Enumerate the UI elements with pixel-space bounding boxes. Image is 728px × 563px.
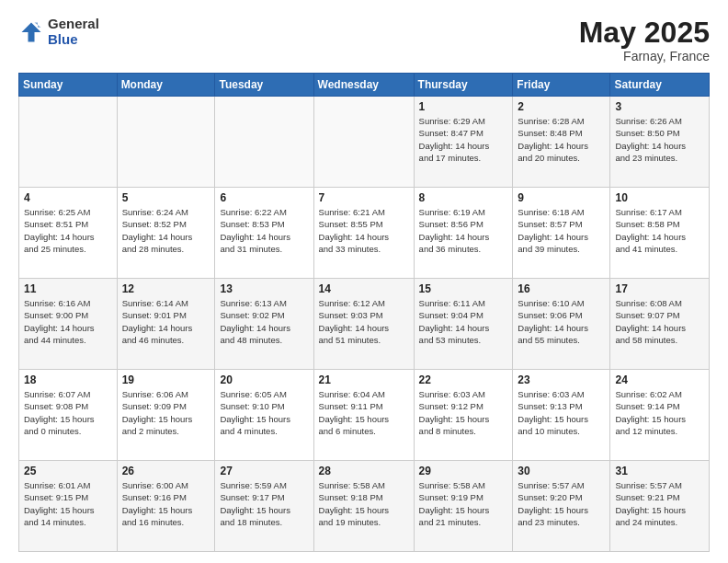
day-info: Sunrise: 6:11 AM Sunset: 9:04 PM Dayligh…	[419, 297, 508, 346]
day-info: Sunrise: 6:28 AM Sunset: 8:48 PM Dayligh…	[518, 115, 605, 164]
table-cell	[19, 97, 118, 188]
title-block: May 2025 Farnay, France	[579, 17, 710, 63]
table-cell	[117, 97, 215, 188]
table-cell: 27Sunrise: 5:59 AM Sunset: 9:17 PM Dayli…	[215, 461, 313, 552]
day-info: Sunrise: 6:12 AM Sunset: 9:03 PM Dayligh…	[319, 297, 409, 346]
day-number: 15	[419, 282, 508, 295]
day-number: 10	[615, 191, 704, 204]
table-cell: 10Sunrise: 6:17 AM Sunset: 8:58 PM Dayli…	[610, 188, 710, 279]
day-number: 24	[615, 373, 704, 386]
week-row-3: 11Sunrise: 6:16 AM Sunset: 9:00 PM Dayli…	[19, 279, 710, 370]
col-monday: Monday	[117, 74, 215, 97]
day-info: Sunrise: 6:18 AM Sunset: 8:57 PM Dayligh…	[518, 206, 605, 255]
day-info: Sunrise: 6:03 AM Sunset: 9:12 PM Dayligh…	[419, 388, 508, 437]
day-number: 8	[419, 191, 508, 204]
day-number: 26	[122, 465, 210, 477]
day-number: 31	[615, 465, 704, 477]
table-cell: 24Sunrise: 6:02 AM Sunset: 9:14 PM Dayli…	[610, 370, 710, 461]
svg-marker-1	[35, 22, 41, 27]
day-info: Sunrise: 6:29 AM Sunset: 8:47 PM Dayligh…	[419, 115, 508, 164]
table-cell: 2Sunrise: 6:28 AM Sunset: 8:48 PM Daylig…	[513, 97, 610, 188]
day-info: Sunrise: 6:24 AM Sunset: 8:52 PM Dayligh…	[122, 206, 210, 255]
day-number: 17	[615, 282, 704, 295]
day-info: Sunrise: 6:22 AM Sunset: 8:53 PM Dayligh…	[220, 206, 308, 255]
col-saturday: Saturday	[610, 74, 710, 97]
header: General Blue May 2025 Farnay, France	[18, 17, 710, 63]
day-number: 1	[419, 100, 508, 113]
day-number: 27	[220, 465, 308, 477]
table-cell	[215, 97, 313, 188]
day-number: 7	[319, 191, 409, 204]
month-title: May 2025	[579, 17, 710, 49]
day-info: Sunrise: 6:01 AM Sunset: 9:15 PM Dayligh…	[24, 479, 112, 528]
day-info: Sunrise: 6:25 AM Sunset: 8:51 PM Dayligh…	[24, 206, 112, 255]
day-info: Sunrise: 6:13 AM Sunset: 9:02 PM Dayligh…	[220, 297, 308, 346]
table-cell: 8Sunrise: 6:19 AM Sunset: 8:56 PM Daylig…	[414, 188, 513, 279]
logo-text: General Blue	[48, 17, 99, 47]
day-info: Sunrise: 6:00 AM Sunset: 9:16 PM Dayligh…	[122, 479, 210, 528]
day-info: Sunrise: 6:02 AM Sunset: 9:14 PM Dayligh…	[615, 388, 704, 437]
table-cell: 21Sunrise: 6:04 AM Sunset: 9:11 PM Dayli…	[313, 370, 414, 461]
day-info: Sunrise: 5:58 AM Sunset: 9:18 PM Dayligh…	[319, 479, 409, 528]
table-cell: 22Sunrise: 6:03 AM Sunset: 9:12 PM Dayli…	[414, 370, 513, 461]
table-cell: 9Sunrise: 6:18 AM Sunset: 8:57 PM Daylig…	[513, 188, 610, 279]
logo: General Blue	[18, 17, 99, 47]
table-cell: 7Sunrise: 6:21 AM Sunset: 8:55 PM Daylig…	[313, 188, 414, 279]
day-number: 18	[24, 373, 112, 386]
day-number: 3	[615, 100, 704, 113]
day-info: Sunrise: 5:57 AM Sunset: 9:20 PM Dayligh…	[518, 479, 605, 528]
day-number: 2	[518, 100, 605, 113]
day-info: Sunrise: 6:04 AM Sunset: 9:11 PM Dayligh…	[319, 388, 409, 437]
day-number: 14	[319, 282, 409, 295]
day-number: 13	[220, 282, 308, 295]
day-number: 9	[518, 191, 605, 204]
day-info: Sunrise: 6:07 AM Sunset: 9:08 PM Dayligh…	[24, 388, 112, 437]
day-number: 30	[518, 465, 605, 477]
day-info: Sunrise: 6:17 AM Sunset: 8:58 PM Dayligh…	[615, 206, 704, 255]
table-cell: 19Sunrise: 6:06 AM Sunset: 9:09 PM Dayli…	[117, 370, 215, 461]
day-number: 22	[419, 373, 508, 386]
table-cell: 29Sunrise: 5:58 AM Sunset: 9:19 PM Dayli…	[414, 461, 513, 552]
day-info: Sunrise: 5:58 AM Sunset: 9:19 PM Dayligh…	[419, 479, 508, 528]
day-info: Sunrise: 6:08 AM Sunset: 9:07 PM Dayligh…	[615, 297, 704, 346]
header-row: Sunday Monday Tuesday Wednesday Thursday…	[19, 74, 710, 97]
table-cell: 15Sunrise: 6:11 AM Sunset: 9:04 PM Dayli…	[414, 279, 513, 370]
day-info: Sunrise: 6:10 AM Sunset: 9:06 PM Dayligh…	[518, 297, 605, 346]
week-row-5: 25Sunrise: 6:01 AM Sunset: 9:15 PM Dayli…	[19, 461, 710, 552]
day-number: 28	[319, 465, 409, 477]
subtitle: Farnay, France	[579, 49, 710, 63]
day-info: Sunrise: 6:05 AM Sunset: 9:10 PM Dayligh…	[220, 388, 308, 437]
calendar-table: Sunday Monday Tuesday Wednesday Thursday…	[18, 73, 710, 552]
day-number: 16	[518, 282, 605, 295]
day-number: 23	[518, 373, 605, 386]
table-cell: 18Sunrise: 6:07 AM Sunset: 9:08 PM Dayli…	[19, 370, 118, 461]
table-cell: 31Sunrise: 5:57 AM Sunset: 9:21 PM Dayli…	[610, 461, 710, 552]
day-number: 20	[220, 373, 308, 386]
table-cell: 1Sunrise: 6:29 AM Sunset: 8:47 PM Daylig…	[414, 97, 513, 188]
day-info: Sunrise: 6:19 AM Sunset: 8:56 PM Dayligh…	[419, 206, 508, 255]
day-number: 4	[24, 191, 112, 204]
week-row-4: 18Sunrise: 6:07 AM Sunset: 9:08 PM Dayli…	[19, 370, 710, 461]
table-cell: 26Sunrise: 6:00 AM Sunset: 9:16 PM Dayli…	[117, 461, 215, 552]
day-number: 11	[24, 282, 112, 295]
table-cell: 3Sunrise: 6:26 AM Sunset: 8:50 PM Daylig…	[610, 97, 710, 188]
logo-blue: Blue	[48, 32, 99, 48]
week-row-1: 1Sunrise: 6:29 AM Sunset: 8:47 PM Daylig…	[19, 97, 710, 188]
table-cell: 12Sunrise: 6:14 AM Sunset: 9:01 PM Dayli…	[117, 279, 215, 370]
day-number: 25	[24, 465, 112, 477]
day-number: 6	[220, 191, 308, 204]
table-cell: 5Sunrise: 6:24 AM Sunset: 8:52 PM Daylig…	[117, 188, 215, 279]
col-tuesday: Tuesday	[215, 74, 313, 97]
table-cell: 11Sunrise: 6:16 AM Sunset: 9:00 PM Dayli…	[19, 279, 118, 370]
day-number: 12	[122, 282, 210, 295]
col-friday: Friday	[513, 74, 610, 97]
table-cell: 28Sunrise: 5:58 AM Sunset: 9:18 PM Dayli…	[313, 461, 414, 552]
day-number: 19	[122, 373, 210, 386]
table-cell: 20Sunrise: 6:05 AM Sunset: 9:10 PM Dayli…	[215, 370, 313, 461]
table-cell: 14Sunrise: 6:12 AM Sunset: 9:03 PM Dayli…	[313, 279, 414, 370]
table-cell: 13Sunrise: 6:13 AM Sunset: 9:02 PM Dayli…	[215, 279, 313, 370]
page: General Blue May 2025 Farnay, France Sun…	[0, 0, 728, 563]
day-number: 5	[122, 191, 210, 204]
day-number: 29	[419, 465, 508, 477]
logo-icon	[18, 19, 44, 45]
